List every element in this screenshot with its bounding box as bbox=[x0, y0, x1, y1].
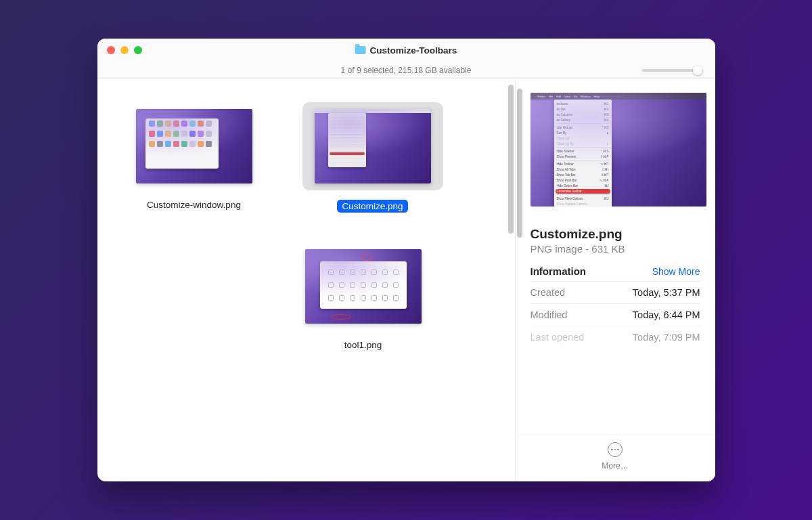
more-icon[interactable] bbox=[608, 442, 623, 457]
zoom-icon[interactable] bbox=[134, 46, 142, 54]
window-title-group: Customize-Toolbars bbox=[355, 45, 457, 56]
close-icon[interactable] bbox=[107, 46, 115, 54]
preview-metadata: Customize.png PNG image - 631 KB Informa… bbox=[516, 212, 715, 435]
file-label: tool1.png bbox=[344, 340, 382, 350]
preview-pane: Finder File Edit View Go Window Help as … bbox=[515, 79, 715, 481]
window-controls bbox=[107, 46, 142, 54]
file-label: Customize-window.png bbox=[147, 200, 241, 210]
preview-image-zone: Finder File Edit View Go Window Help as … bbox=[516, 79, 715, 212]
titlebar: Customize-Toolbars bbox=[97, 39, 715, 62]
file-item[interactable]: Customize.png bbox=[288, 95, 457, 217]
preview-menubar: Finder File Edit View Go Window Help bbox=[531, 93, 706, 100]
folder-icon bbox=[355, 46, 366, 54]
window-body: Customize-window.png bbox=[97, 79, 715, 481]
thumbnail bbox=[315, 109, 431, 183]
thumbnail-wrap bbox=[124, 102, 265, 190]
info-row: Modified Today, 6:44 PM bbox=[531, 303, 700, 326]
info-row: Last opened Today, 7:09 PM bbox=[531, 326, 700, 348]
file-item[interactable]: Customize-window.png bbox=[110, 95, 279, 217]
preview-menu-dropdown: as Icons⌘1 as List⌘2 as Columns⌘3 as Gal… bbox=[554, 100, 612, 207]
scrollbar[interactable] bbox=[508, 85, 514, 234]
status-text: 1 of 9 selected, 215.18 GB available bbox=[341, 66, 472, 75]
status-bar: 1 of 9 selected, 215.18 GB available bbox=[97, 62, 715, 79]
scrollbar[interactable] bbox=[517, 89, 522, 238]
preview-subtitle: PNG image - 631 KB bbox=[531, 243, 700, 255]
minimize-icon[interactable] bbox=[120, 46, 129, 54]
thumbnail bbox=[305, 249, 422, 324]
icon-grid[interactable]: Customize-window.png bbox=[97, 79, 515, 481]
more-label: More… bbox=[602, 461, 628, 471]
file-label: Customize.png bbox=[337, 200, 407, 213]
icon-size-slider[interactable] bbox=[642, 69, 703, 72]
file-item[interactable]: tool1.png bbox=[279, 236, 448, 354]
show-more-link[interactable]: Show More bbox=[652, 266, 700, 277]
preview-filename: Customize.png bbox=[531, 227, 700, 242]
window-title: Customize-Toolbars bbox=[370, 45, 457, 56]
info-row: Created Today, 5:37 PM bbox=[531, 281, 700, 303]
thumbnail-wrap bbox=[293, 242, 434, 330]
more-actions: More… bbox=[516, 435, 715, 481]
thumbnail-wrap bbox=[302, 102, 443, 190]
info-heading: Information bbox=[531, 265, 587, 277]
thumbnail bbox=[136, 109, 252, 183]
preview-image: Finder File Edit View Go Window Help as … bbox=[531, 93, 706, 207]
finder-window: Customize-Toolbars 1 of 9 selected, 215.… bbox=[97, 39, 715, 481]
